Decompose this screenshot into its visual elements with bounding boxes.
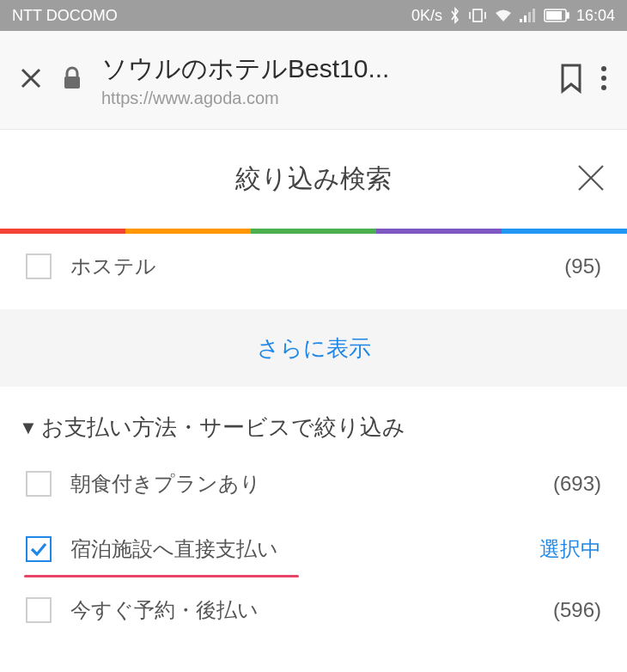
svg-rect-6	[533, 9, 535, 22]
filter-label: 宿泊施設へ直接支払い	[70, 535, 520, 563]
svg-point-15	[601, 85, 606, 90]
svg-rect-0	[473, 9, 482, 21]
android-status-bar: NTT DOCOMO 0K/s	[0, 0, 627, 31]
checkbox-unchecked[interactable]	[26, 597, 52, 623]
filter-item-breakfast[interactable]: 朝食付きプランあり (693)	[0, 451, 627, 516]
bookmark-button[interactable]	[558, 63, 584, 97]
rainbow-segment	[502, 229, 627, 234]
checkbox-unchecked[interactable]	[26, 471, 52, 497]
svg-point-13	[601, 66, 606, 71]
svg-point-14	[601, 76, 606, 81]
filter-item-hostel[interactable]: ホステル (95)	[0, 234, 627, 299]
rainbow-segment	[125, 229, 251, 234]
close-filter-button[interactable]	[574, 161, 608, 199]
rainbow-segment	[251, 229, 376, 234]
selected-badge: 選択中	[539, 535, 601, 563]
svg-rect-4	[524, 15, 527, 22]
page-url-text: https://www.agoda.com	[101, 89, 539, 108]
svg-rect-3	[520, 19, 522, 22]
lock-icon	[62, 66, 82, 94]
filter-count: (596)	[553, 598, 601, 622]
filter-item-book-now-pay-later[interactable]: 今すぐ予約・後払い (596)	[0, 577, 627, 643]
rainbow-segment	[0, 229, 125, 234]
close-tab-button[interactable]	[19, 66, 43, 94]
filter-item-direct-pay[interactable]: 宿泊施設へ直接支払い 選択中	[0, 516, 627, 575]
battery-icon	[544, 9, 569, 22]
section-header-payment[interactable]: ▼ お支払い方法・サービスで絞り込み	[0, 387, 627, 451]
svg-rect-8	[567, 13, 569, 18]
filter-title: 絞り込み検索	[235, 162, 392, 197]
checkbox-checked[interactable]	[26, 536, 52, 562]
section-title: お支払い方法・サービスで絞り込み	[41, 412, 405, 443]
filter-label: ホステル	[70, 253, 545, 280]
checkbox-unchecked[interactable]	[26, 254, 52, 279]
clock-label: 16:04	[576, 7, 615, 25]
vibrate-icon	[468, 8, 487, 23]
svg-rect-5	[528, 12, 531, 22]
filter-header: 絞り込み検索	[0, 130, 627, 229]
filter-count: (95)	[564, 254, 601, 278]
browser-toolbar: ソウルのホテルBest10... https://www.agoda.com	[0, 31, 627, 130]
filter-label: 朝食付きプランあり	[70, 470, 534, 498]
bluetooth-icon	[449, 7, 461, 24]
chevron-down-icon: ▼	[19, 417, 38, 439]
svg-rect-12	[64, 76, 80, 89]
show-more-button[interactable]: さらに表示	[0, 309, 627, 387]
signal-icon	[520, 9, 537, 22]
data-speed: 0K/s	[411, 7, 442, 25]
wifi-icon	[494, 8, 513, 23]
page-title-text: ソウルのホテルBest10...	[101, 52, 539, 87]
rainbow-segment	[376, 229, 502, 234]
filter-label: 今すぐ予約・後払い	[70, 596, 534, 624]
svg-rect-9	[546, 11, 562, 20]
carrier-label: NTT DOCOMO	[12, 7, 118, 25]
menu-button[interactable]	[600, 63, 608, 97]
show-more-label: さらに表示	[257, 333, 371, 363]
rainbow-divider	[0, 229, 627, 234]
filter-count: (693)	[553, 472, 601, 496]
